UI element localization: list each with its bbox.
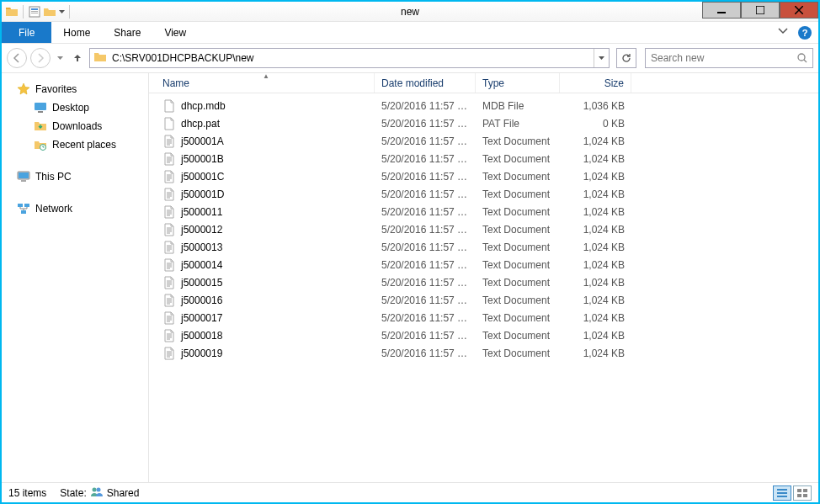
address-dropdown-icon[interactable] — [594, 49, 609, 67]
file-name-cell: j5000018 — [156, 329, 375, 342]
file-name-cell: j5000019 — [156, 347, 375, 360]
status-bar: 15 items State: Shared — [2, 482, 818, 502]
file-date: 5/20/2016 11:57 PM — [375, 277, 476, 289]
column-header-date[interactable]: Date modified — [375, 73, 476, 93]
file-row[interactable]: j50000185/20/2016 11:57 PMText Document1… — [149, 326, 818, 344]
svg-rect-2 — [31, 11, 38, 12]
sidebar-item-network[interactable]: Network — [5, 199, 145, 218]
tab-share[interactable]: Share — [102, 22, 152, 43]
svg-rect-5 — [756, 6, 764, 14]
address-bar[interactable] — [89, 48, 610, 68]
file-row[interactable]: j50000195/20/2016 11:57 PMText Document1… — [149, 344, 818, 362]
qat-dropdown-icon[interactable] — [58, 5, 65, 19]
sidebar-item-downloads[interactable]: Downloads — [5, 117, 145, 135]
window-title: new — [2, 6, 818, 18]
file-icon — [162, 294, 176, 307]
file-name-cell: dhcp.pat — [156, 117, 375, 130]
file-size: 1,024 KB — [560, 135, 631, 147]
nav-label: Recent places — [52, 139, 116, 151]
address-input[interactable] — [110, 49, 594, 67]
file-tab[interactable]: File — [2, 22, 51, 43]
file-name-cell: j5000013 — [156, 241, 375, 254]
help-icon[interactable]: ? — [798, 26, 812, 40]
sidebar-item-this-pc[interactable]: This PC — [5, 167, 145, 186]
file-date: 5/20/2016 11:57 PM — [375, 118, 476, 130]
file-name-cell: j500001A — [156, 135, 375, 148]
minimize-button[interactable] — [702, 2, 741, 19]
file-icon — [162, 276, 176, 289]
details-view-button[interactable] — [773, 485, 791, 501]
svg-rect-15 — [21, 210, 26, 214]
search-input[interactable] — [646, 52, 792, 64]
file-row[interactable]: j50000155/20/2016 11:57 PMText Document1… — [149, 273, 818, 291]
svg-rect-20 — [777, 496, 787, 497]
file-row[interactable]: j50000175/20/2016 11:57 PMText Document1… — [149, 309, 818, 326]
file-row[interactable]: j50000125/20/2016 11:57 PMText Document1… — [149, 220, 818, 238]
forward-button[interactable] — [30, 48, 51, 68]
separator — [23, 5, 24, 19]
status-state: State: Shared — [60, 486, 139, 499]
file-icon — [162, 188, 176, 201]
svg-rect-21 — [797, 489, 801, 492]
back-button[interactable] — [7, 48, 27, 68]
tab-view[interactable]: View — [152, 22, 198, 43]
new-folder-icon[interactable] — [43, 5, 56, 19]
column-header-size[interactable]: Size — [560, 73, 631, 93]
file-row[interactable]: j500001A5/20/2016 11:57 PMText Document1… — [149, 132, 818, 150]
refresh-button[interactable] — [616, 48, 636, 68]
file-type: Text Document — [476, 135, 560, 147]
file-row[interactable]: j50000135/20/2016 11:57 PMText Document1… — [149, 238, 818, 256]
file-row[interactable]: j50000145/20/2016 11:57 PMText Document1… — [149, 256, 818, 273]
recent-locations-icon[interactable] — [54, 48, 66, 68]
svg-rect-24 — [803, 494, 807, 497]
svg-rect-8 — [38, 111, 43, 113]
properties-icon[interactable] — [28, 5, 41, 19]
svg-rect-11 — [19, 172, 29, 178]
file-name-cell: j5000015 — [156, 276, 375, 289]
file-name: j500001D — [181, 188, 224, 200]
up-button[interactable] — [69, 48, 86, 68]
file-type: Text Document — [476, 188, 560, 200]
svg-point-16 — [92, 488, 96, 492]
this-pc-group: This PC — [5, 167, 145, 186]
file-date: 5/20/2016 11:57 PM — [375, 188, 476, 200]
file-date: 5/20/2016 11:57 PM — [375, 294, 476, 306]
maximize-button[interactable] — [741, 2, 780, 19]
navigation-pane: Favorites Desktop Downloads — [2, 73, 149, 482]
file-date: 5/20/2016 11:57 PM — [375, 171, 476, 183]
sidebar-item-recent[interactable]: Recent places — [5, 135, 145, 154]
file-rows: dhcp.mdb5/20/2016 11:57 PMMDB File1,036 … — [149, 93, 818, 482]
expand-ribbon-icon[interactable] — [778, 26, 791, 40]
desktop-icon — [34, 101, 47, 114]
search-icon[interactable] — [792, 49, 812, 67]
svg-rect-13 — [18, 204, 23, 207]
file-row[interactable]: j500001C5/20/2016 11:57 PMText Document1… — [149, 167, 818, 185]
file-date: 5/20/2016 11:57 PM — [375, 206, 476, 218]
title-bar: new — [2, 2, 818, 22]
file-size: 0 KB — [560, 118, 631, 130]
file-row[interactable]: j500001D5/20/2016 11:57 PMText Document1… — [149, 185, 818, 203]
file-row[interactable]: dhcp.mdb5/20/2016 11:57 PMMDB File1,036 … — [149, 97, 818, 114]
favorites-header[interactable]: Favorites — [5, 80, 145, 98]
favorites-label: Favorites — [35, 83, 77, 95]
file-row[interactable]: j50000165/20/2016 11:57 PMText Document1… — [149, 291, 818, 309]
file-row[interactable]: j50000115/20/2016 11:57 PMText Document1… — [149, 203, 818, 220]
search-box[interactable] — [645, 48, 813, 68]
file-row[interactable]: dhcp.pat5/20/2016 11:57 PMPAT File0 KB — [149, 114, 818, 132]
shared-icon — [90, 486, 104, 499]
file-date: 5/20/2016 11:57 PM — [375, 135, 476, 147]
svg-point-6 — [798, 54, 805, 61]
status-item-count: 15 items — [8, 487, 46, 499]
file-name: j5000013 — [181, 241, 222, 253]
svg-rect-3 — [31, 13, 38, 13]
file-name: j5000012 — [181, 224, 222, 236]
sidebar-item-desktop[interactable]: Desktop — [5, 98, 145, 117]
thumbnails-view-button[interactable] — [793, 485, 812, 501]
file-type: Text Document — [476, 277, 560, 289]
state-label: State: — [60, 487, 86, 499]
file-row[interactable]: j500001B5/20/2016 11:57 PMText Document1… — [149, 150, 818, 167]
close-button[interactable] — [780, 2, 818, 19]
file-name: j5000019 — [181, 347, 222, 359]
tab-home[interactable]: Home — [51, 22, 102, 43]
column-header-type[interactable]: Type — [476, 73, 560, 93]
